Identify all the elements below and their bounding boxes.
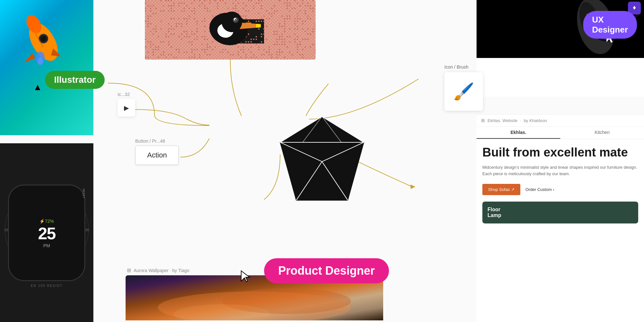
product-designer-badge[interactable]: Product Designer <box>264 258 389 283</box>
shop-sofas-button[interactable]: Shop Sofas ↗ <box>482 184 520 195</box>
brush-label: Icon / Brush <box>444 64 483 70</box>
ekhlas-headline: Built from excellent mate <box>482 146 638 160</box>
ekhlas-header: ⊞ Ekhlas. Website · by Khaldoon <box>477 115 644 127</box>
ekhlas-content: Built from excellent mate Midcentury des… <box>477 139 644 230</box>
ekhlas-tab-1[interactable]: Kitchen <box>560 127 644 139</box>
watch-face: ⚡72% 25 PM RESET <box>8 185 85 281</box>
svg-point-9 <box>38 57 43 65</box>
brush-panel: Icon / Brush 🖌️ <box>444 64 483 111</box>
media-panel: Ic...32 ▶ <box>118 92 135 117</box>
brush-icon-box: 🖌️ <box>444 72 483 111</box>
ekhlas-panel: ⊞ Ekhlas. Website · by Khaldoon Ekhlas. … <box>477 114 644 322</box>
watch-panel: 5 10 20 40 S 06 120 150 ⚡72% 25 PM RESE <box>0 143 93 322</box>
watch-pm: PM <box>43 243 50 248</box>
aurora-flag-icon: ⊞ <box>127 267 131 273</box>
svg-marker-11 <box>280 117 364 200</box>
action-label: Button / Pr...48 <box>135 138 179 144</box>
action-button[interactable]: Action <box>135 146 179 165</box>
ekhlas-tabs: Ekhlas. Kitchen <box>477 127 644 139</box>
watch-time: 25 <box>38 224 55 243</box>
ux-designer-badge[interactable]: UX Designer <box>583 11 637 39</box>
cursor-illustrator: ▲ <box>33 82 42 92</box>
watch-resistance: ER 100 RESIST <box>8 284 85 288</box>
main-canvas: Illustrator ▲ Icon / Brush 🖌️ Ic...32 ▶ … <box>0 0 644 322</box>
floor-lamp-label: Floor Lamp <box>488 207 501 218</box>
play-icon: ▶ <box>124 104 129 112</box>
ekhlas-buttons: Shop Sofas ↗ Order Custom › <box>482 184 638 195</box>
watch-battery: ⚡72% <box>39 219 54 224</box>
floor-lamp-card: Floor Lamp <box>482 202 638 223</box>
watch-reset-label: RESET <box>82 189 85 198</box>
cursor-svg <box>240 270 250 282</box>
svg-point-5 <box>41 36 46 41</box>
brush-icon: 🖌️ <box>453 82 474 101</box>
rocket-illustration <box>6 3 77 77</box>
order-custom-button[interactable]: Order Custom › <box>524 184 556 195</box>
media-thumb[interactable]: ▶ <box>118 99 135 117</box>
illustrator-badge[interactable]: Illustrator <box>45 71 105 89</box>
diamond-svg <box>270 110 374 207</box>
svg-marker-1 <box>411 185 415 189</box>
svg-marker-38 <box>241 271 250 282</box>
watch-bg: 5 10 20 40 S 06 120 150 ⚡72% 25 PM RESE <box>0 143 93 322</box>
ekhlas-flag-icon: ⊞ <box>481 118 485 123</box>
svg-marker-6 <box>24 53 35 63</box>
diamond-center <box>270 110 374 208</box>
action-panel: Button / Pr...48 Action <box>135 138 179 165</box>
media-label: Ic...32 <box>118 92 135 97</box>
svg-text:♦: ♦ <box>633 4 636 11</box>
ekhlas-tab-0[interactable]: Ekhlas. <box>477 127 560 139</box>
cursor-product-designer <box>240 270 250 285</box>
svg-text:20: 20 <box>85 228 89 232</box>
social-panel: ♦ UX Designer J Joe Smith boosted: "Quid… <box>477 0 644 97</box>
pixel-art-canvas <box>145 0 316 60</box>
illustrator-panel <box>0 0 93 135</box>
pixel-bird-panel <box>145 0 316 60</box>
ekhlas-body: Midcentury design's minimalist style and… <box>482 164 638 178</box>
